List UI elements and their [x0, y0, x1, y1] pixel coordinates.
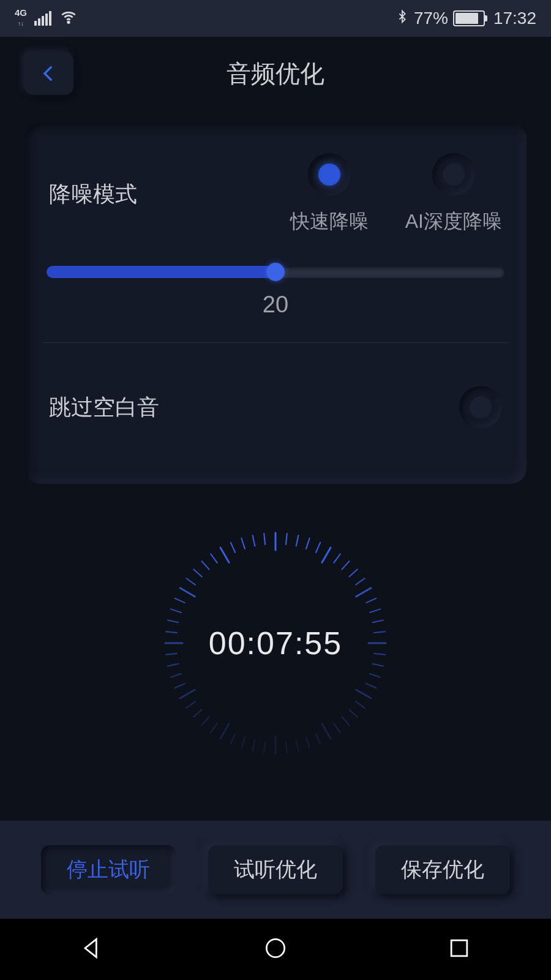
- stop-preview-label: 停止试听: [67, 856, 150, 884]
- signal-bars-icon: [34, 11, 51, 26]
- svg-line-27: [316, 734, 320, 744]
- svg-line-37: [211, 723, 217, 733]
- radio-dot-icon: [470, 396, 492, 418]
- header: 音频优化: [0, 37, 551, 110]
- settings-card: 降噪模式 快速降噪 AI深度降噪 20 跳过空白音: [24, 123, 527, 484]
- radio-ai-deep-denoise[interactable]: AI深度降噪: [405, 153, 502, 235]
- svg-line-5: [316, 543, 320, 552]
- svg-line-18: [372, 664, 383, 666]
- svg-line-43: [171, 674, 181, 677]
- wifi-icon: [59, 7, 78, 31]
- svg-line-8: [342, 561, 349, 569]
- slider-thumb-icon[interactable]: [266, 263, 285, 281]
- svg-line-36: [220, 724, 229, 739]
- svg-line-40: [186, 701, 195, 708]
- svg-line-29: [296, 740, 299, 751]
- svg-line-35: [231, 734, 235, 744]
- svg-line-30: [286, 742, 287, 753]
- back-button[interactable]: [24, 52, 73, 95]
- svg-line-45: [166, 654, 177, 655]
- timer-display: 00:07:55: [209, 625, 342, 662]
- svg-line-22: [356, 701, 365, 708]
- svg-line-49: [171, 609, 181, 612]
- svg-line-50: [175, 598, 185, 603]
- nav-recent-button[interactable]: [446, 935, 473, 964]
- svg-line-47: [166, 631, 177, 633]
- status-bar: 4G ↑↓ 77% 17:32: [0, 0, 551, 37]
- svg-line-23: [349, 709, 357, 717]
- svg-line-59: [253, 535, 255, 546]
- radio-fast-label: 快速降噪: [290, 208, 369, 235]
- chevron-left-icon: [39, 63, 59, 84]
- svg-line-56: [220, 548, 229, 562]
- svg-line-21: [356, 690, 371, 698]
- svg-line-48: [168, 620, 179, 623]
- svg-line-11: [356, 588, 371, 597]
- status-right: 77% 17:32: [395, 8, 536, 29]
- skip-silence-row: 跳过空白音: [43, 368, 508, 459]
- svg-line-38: [202, 717, 209, 725]
- svg-line-14: [372, 620, 383, 623]
- svg-line-2: [286, 533, 287, 545]
- timer-dial: 00:07:55: [147, 514, 404, 772]
- radio-dot-icon: [443, 164, 465, 186]
- nav-back-button[interactable]: [78, 935, 105, 964]
- battery-percent: 77%: [414, 9, 448, 28]
- skip-silence-toggle[interactable]: [459, 386, 502, 429]
- skip-silence-label: 跳过空白音: [49, 393, 159, 423]
- network-4g-icon: 4G ↑↓: [15, 7, 27, 29]
- svg-line-58: [241, 538, 245, 549]
- noise-mode-label: 降噪模式: [49, 179, 137, 209]
- svg-line-24: [342, 717, 349, 725]
- noise-slider[interactable]: 20: [43, 266, 508, 318]
- svg-line-4: [306, 538, 310, 549]
- svg-line-41: [180, 690, 195, 698]
- svg-line-9: [349, 570, 357, 577]
- noise-mode-options: 快速降噪 AI深度降噪: [290, 153, 502, 235]
- circle-home-icon: [262, 935, 289, 962]
- svg-line-26: [322, 724, 331, 739]
- svg-marker-61: [85, 939, 96, 957]
- svg-line-3: [296, 535, 299, 546]
- page-title: 音频优化: [227, 57, 324, 91]
- triangle-back-icon: [78, 935, 105, 962]
- svg-line-51: [180, 588, 195, 597]
- preview-optimize-label: 试听优化: [234, 856, 317, 884]
- battery-icon: [453, 10, 485, 26]
- svg-line-39: [193, 709, 201, 717]
- svg-line-44: [168, 664, 179, 666]
- svg-line-20: [366, 684, 376, 688]
- svg-rect-63: [451, 940, 467, 956]
- timer-area: 00:07:55: [0, 514, 551, 772]
- system-nav-bar: [0, 919, 551, 980]
- svg-line-6: [322, 548, 331, 562]
- network-label: 4G: [15, 7, 27, 18]
- svg-line-33: [253, 740, 255, 751]
- save-optimize-button[interactable]: 保存优化: [375, 845, 510, 894]
- preview-optimize-button[interactable]: 试听优化: [208, 845, 343, 894]
- nav-home-button[interactable]: [262, 935, 289, 964]
- svg-line-42: [175, 684, 185, 688]
- slider-fill: [47, 266, 276, 278]
- clock-time: 17:32: [493, 9, 536, 28]
- save-optimize-label: 保存优化: [401, 856, 484, 884]
- svg-line-60: [264, 533, 265, 545]
- bluetooth-icon: [395, 8, 409, 29]
- radio-dot-icon: [318, 164, 340, 186]
- divider: [43, 342, 508, 343]
- svg-line-54: [202, 561, 209, 569]
- svg-line-55: [211, 554, 217, 563]
- status-left: 4G ↑↓: [15, 7, 78, 31]
- svg-line-19: [370, 674, 380, 677]
- svg-line-25: [334, 723, 340, 733]
- radio-fast-denoise[interactable]: 快速降噪: [290, 153, 369, 235]
- svg-line-10: [356, 578, 365, 585]
- svg-line-28: [306, 737, 310, 748]
- svg-point-0: [68, 21, 70, 23]
- svg-line-57: [231, 543, 235, 552]
- svg-line-34: [241, 737, 245, 748]
- svg-line-13: [370, 609, 380, 612]
- svg-line-52: [186, 578, 195, 585]
- svg-line-12: [366, 598, 376, 603]
- stop-preview-button[interactable]: 停止试听: [41, 845, 176, 894]
